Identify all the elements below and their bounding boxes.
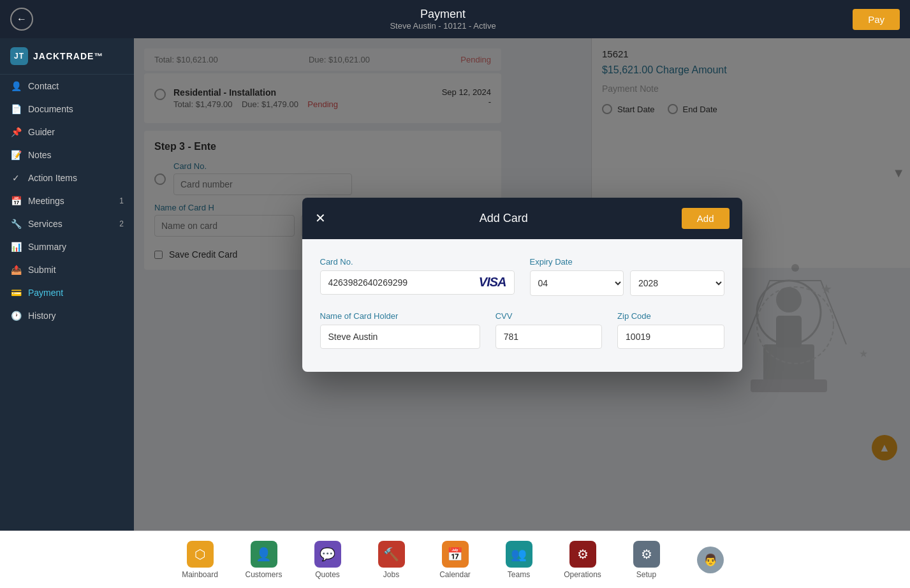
holder-input[interactable] bbox=[320, 325, 480, 349]
visa-logo: VISA bbox=[471, 275, 514, 290]
zip-input[interactable] bbox=[617, 325, 724, 349]
expiry-row: 01020304 05060708 09101112 2024202520262… bbox=[530, 270, 724, 296]
nav-label-setup: Setup bbox=[636, 570, 656, 579]
sidebar-item-label: Submit bbox=[28, 265, 56, 275]
nav-item-customers[interactable]: 👤 Customers bbox=[232, 536, 296, 584]
zip-field: Zip Code bbox=[617, 311, 724, 349]
documents-icon: 📄 bbox=[10, 104, 22, 114]
nav-label-quotes: Quotes bbox=[315, 570, 340, 579]
summary-icon: 📊 bbox=[10, 242, 22, 252]
header-center: Payment Steve Austin - 10121 - Active bbox=[390, 8, 495, 31]
modal-close-button[interactable]: ✕ bbox=[315, 212, 326, 224]
nav-item-jobs[interactable]: 🔨 Jobs bbox=[360, 536, 423, 584]
profile-avatar: 👨 bbox=[697, 547, 724, 573]
bottom-nav: ⬡ Mainboard 👤 Customers 💬 Quotes 🔨 Jobs … bbox=[0, 531, 910, 588]
expiry-date-label: Expiry Date bbox=[530, 257, 724, 267]
card-form-row1: Card No. VISA Expiry Date 01020304 0506 bbox=[320, 257, 724, 296]
sidebar-item-meetings[interactable]: 📅 Meetings 1 bbox=[0, 189, 134, 212]
card-no-field: Card No. VISA bbox=[320, 257, 515, 296]
customers-icon: 👤 bbox=[251, 541, 277, 568]
sidebar-item-label: Notes bbox=[28, 150, 52, 160]
contact-icon: 👤 bbox=[10, 81, 22, 91]
logo-icon: JT bbox=[10, 47, 28, 65]
pay-button[interactable]: Pay bbox=[853, 9, 900, 30]
sidebar-item-label: Payment bbox=[28, 288, 63, 298]
sidebar-item-history[interactable]: 🕐 History bbox=[0, 304, 134, 327]
back-button[interactable]: ← bbox=[10, 8, 33, 31]
logo-text: JACKTRADE™ bbox=[33, 51, 103, 61]
holder-label: Name of Card Holder bbox=[320, 311, 480, 321]
sidebar-item-label: Contact bbox=[28, 81, 59, 91]
nav-item-profile[interactable]: 👨 bbox=[679, 541, 742, 578]
nav-item-mainboard[interactable]: ⬡ Mainboard bbox=[168, 536, 232, 584]
card-form-row2: Name of Card Holder CVV Zip Code bbox=[320, 311, 724, 349]
history-icon: 🕐 bbox=[10, 311, 22, 321]
cvv-field: CVV bbox=[495, 311, 602, 349]
main-content: Total: $10,621.00 Due: $10,621.00 Pendin… bbox=[134, 38, 910, 531]
sidebar-item-payment[interactable]: 💳 Payment bbox=[0, 281, 134, 304]
expiry-month-select[interactable]: 01020304 05060708 09101112 bbox=[530, 270, 624, 296]
cvv-input[interactable] bbox=[495, 325, 602, 349]
nav-label-operations: Operations bbox=[564, 570, 601, 579]
nav-item-quotes[interactable]: 💬 Quotes bbox=[296, 536, 360, 584]
sidebar-item-label: Summary bbox=[28, 242, 66, 252]
holder-field: Name of Card Holder bbox=[320, 311, 480, 349]
modal-add-button[interactable]: Add bbox=[682, 208, 730, 229]
calendar-icon: 📅 bbox=[442, 541, 469, 568]
nav-item-teams[interactable]: 👥 Teams bbox=[487, 536, 551, 584]
sidebar: JT JACKTRADE™ 👤 Contact 📄 Documents 📌 Gu… bbox=[0, 38, 134, 531]
operations-icon: ⚙ bbox=[569, 541, 596, 568]
sidebar-item-label: Documents bbox=[28, 104, 73, 114]
nav-label-customers: Customers bbox=[245, 570, 282, 579]
mainboard-icon: ⬡ bbox=[187, 541, 214, 568]
nav-label-calendar: Calendar bbox=[439, 570, 471, 579]
services-icon: 🔧 bbox=[10, 219, 22, 229]
expiry-year-select[interactable]: 2024202520262027 202820292030 bbox=[630, 270, 724, 296]
sidebar-logo: JT JACKTRADE™ bbox=[0, 38, 134, 75]
sidebar-item-label: Meetings bbox=[28, 196, 64, 206]
nav-item-calendar[interactable]: 📅 Calendar bbox=[423, 536, 487, 584]
modal-header: ✕ Add Card Add bbox=[302, 198, 742, 239]
submit-icon: 📤 bbox=[10, 265, 22, 275]
teams-icon: 👥 bbox=[506, 541, 532, 568]
card-no-label: Card No. bbox=[320, 257, 515, 267]
sidebar-item-label: History bbox=[28, 311, 56, 321]
jobs-icon: 🔨 bbox=[378, 541, 405, 568]
sidebar-item-guider[interactable]: 📌 Guider bbox=[0, 121, 134, 143]
sidebar-item-services[interactable]: 🔧 Services 2 bbox=[0, 212, 134, 235]
quotes-icon: 💬 bbox=[314, 541, 341, 568]
add-card-modal: ✕ Add Card Add Card No. VISA bbox=[302, 198, 742, 372]
sidebar-item-label: Action Items bbox=[28, 173, 77, 183]
modal-overlay: ✕ Add Card Add Card No. VISA bbox=[134, 38, 910, 531]
nav-label-teams: Teams bbox=[508, 570, 530, 579]
nav-item-operations[interactable]: ⚙ Operations bbox=[551, 536, 615, 584]
nav-label-mainboard: Mainboard bbox=[182, 570, 218, 579]
sidebar-item-action-items[interactable]: ✓ Action Items bbox=[0, 166, 134, 189]
sidebar-item-documents[interactable]: 📄 Documents bbox=[0, 98, 134, 121]
zip-label: Zip Code bbox=[617, 311, 724, 321]
cvv-label: CVV bbox=[495, 311, 602, 321]
meetings-count: 1 bbox=[119, 196, 124, 205]
sidebar-item-submit[interactable]: 📤 Submit bbox=[0, 258, 134, 281]
sidebar-item-contact[interactable]: 👤 Contact bbox=[0, 75, 134, 98]
page-subtitle: Steve Austin - 10121 - Active bbox=[390, 21, 495, 31]
meetings-icon: 📅 bbox=[10, 196, 22, 206]
card-input-wrap: VISA bbox=[320, 270, 515, 295]
modal-body: Card No. VISA Expiry Date 01020304 0506 bbox=[302, 239, 742, 372]
expiry-date-field: Expiry Date 01020304 05060708 09101112 2… bbox=[530, 257, 724, 296]
action-items-icon: ✓ bbox=[10, 173, 22, 183]
sidebar-item-label: Services bbox=[28, 219, 62, 229]
modal-title: Add Card bbox=[326, 212, 682, 225]
page-title: Payment bbox=[390, 8, 495, 21]
top-header: ← Payment Steve Austin - 10121 - Active … bbox=[0, 0, 910, 38]
payment-icon: 💳 bbox=[10, 288, 22, 298]
sidebar-item-label: Guider bbox=[28, 127, 55, 137]
sidebar-item-summary[interactable]: 📊 Summary bbox=[0, 235, 134, 258]
guider-icon: 📌 bbox=[10, 127, 22, 137]
nav-item-setup[interactable]: ⚙ Setup bbox=[615, 536, 679, 584]
sidebar-item-notes[interactable]: 📝 Notes bbox=[0, 143, 134, 166]
services-count: 2 bbox=[119, 219, 124, 228]
card-no-input[interactable] bbox=[321, 271, 471, 294]
setup-icon: ⚙ bbox=[633, 541, 660, 568]
notes-icon: 📝 bbox=[10, 150, 22, 160]
